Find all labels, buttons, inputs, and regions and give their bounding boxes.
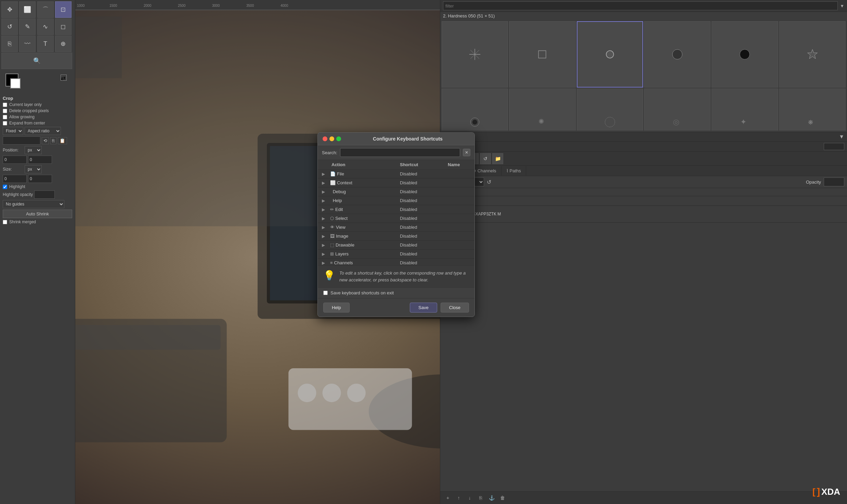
delete-layer-btn[interactable]: 🗑	[498, 493, 507, 503]
shortcut-row-image[interactable]: ▶ 🖼 Image Disabled	[318, 232, 474, 241]
rotate-tool[interactable]: ↺	[1, 18, 18, 35]
shortcut-row-view[interactable]: ▶ 👁 View Disabled	[318, 223, 474, 232]
spacing-input[interactable]: 10.0	[824, 143, 844, 150]
position-unit[interactable]: px mm	[25, 146, 42, 154]
expand-center-row[interactable]: Expand from center	[3, 121, 72, 125]
text-tool[interactable]: T	[37, 36, 54, 52]
lasso-tool[interactable]: ⌒	[37, 1, 54, 18]
spacing-dropdown-arrow[interactable]: ▼	[839, 134, 844, 140]
fuzzy-select-tool[interactable]: ⊡	[55, 1, 71, 18]
brush-item[interactable]: ✺	[509, 89, 575, 131]
swap-colors[interactable]: ⇄	[61, 75, 67, 81]
size-h[interactable]	[28, 175, 52, 183]
coords-copy-btn[interactable]: ⎘	[50, 137, 56, 144]
brush-item[interactable]: ✦	[712, 89, 778, 131]
shortcut-row-layers[interactable]: ▶ ⊞ Layers Disabled	[318, 250, 474, 258]
guides-dropdown[interactable]: No guides Center lines Rule of thirds	[3, 200, 64, 208]
search-clear-btn[interactable]: ✕	[463, 149, 470, 156]
brush-item[interactable]	[644, 21, 711, 88]
eraser-tool[interactable]: ◻	[55, 18, 71, 35]
move-tool[interactable]: ✥	[1, 1, 18, 18]
expander-layers[interactable]: ▶	[322, 252, 330, 256]
clone-tool[interactable]: ⎘	[1, 36, 18, 52]
highlight-row[interactable]: Highlight	[3, 184, 72, 189]
new-layer-btn[interactable]: +	[443, 493, 453, 503]
delete-cropped-checkbox[interactable]	[3, 109, 7, 113]
lower-layer-btn[interactable]: ↓	[465, 493, 474, 503]
allow-growing-row[interactable]: Allow growing	[3, 115, 72, 119]
highlight-checkbox[interactable]	[3, 185, 7, 189]
brush-item[interactable]	[577, 89, 643, 131]
position-x[interactable]	[3, 156, 27, 164]
background-color[interactable]	[10, 78, 21, 89]
shrink-merged-row[interactable]: Shrink merged	[3, 220, 72, 224]
shortcut-row-select[interactable]: ▶ ⬡ Select Disabled	[318, 214, 474, 223]
save-on-exit-checkbox[interactable]	[323, 291, 328, 295]
brush-item[interactable]	[442, 89, 508, 131]
shortcut-row-file[interactable]: ▶ 📄 File Disabled	[318, 170, 474, 178]
coords-reset-btn[interactable]: ⟲	[42, 137, 49, 144]
layer-item[interactable]: 👁 A4XAPP3ZTK M	[440, 206, 847, 223]
zoom-tool[interactable]: 🔍	[1, 53, 72, 69]
expander-help[interactable]: ▶	[322, 198, 330, 203]
expander-view[interactable]: ▶	[322, 225, 330, 230]
minimize-window-btn[interactable]	[329, 136, 334, 141]
expander-image[interactable]: ▶	[322, 234, 330, 239]
aspect-ratio-dropdown[interactable]: Aspect ratio Width / Height	[25, 127, 61, 135]
shortcut-row-drawable[interactable]: ▶ ⬚ Drawable Disabled	[318, 241, 474, 250]
close-button[interactable]: Close	[441, 303, 469, 313]
current-layer-only-checkbox[interactable]	[3, 103, 7, 107]
save-button[interactable]: Save	[410, 303, 437, 313]
smudge-tool[interactable]: 〰	[19, 36, 36, 52]
anchor-layer-btn[interactable]: ⚓	[487, 493, 496, 503]
opacity-input[interactable]: 100.0	[824, 177, 844, 186]
fixed-dropdown[interactable]: Fixed Free	[3, 127, 23, 135]
shortcut-row-edit[interactable]: ▶ ✏ Edit Disabled	[318, 205, 474, 214]
shortcut-row-context[interactable]: ▶ ⬜ Context Disabled	[318, 178, 474, 187]
filter-dropdown-arrow[interactable]: ▼	[840, 3, 844, 9]
shortcut-row-help[interactable]: ▶ · Help Disabled	[318, 196, 474, 205]
expander-file[interactable]: ▶	[322, 172, 330, 176]
brush-item[interactable]	[577, 21, 643, 88]
undo-icon[interactable]: ↺	[487, 179, 491, 185]
expander-select[interactable]: ▶	[322, 216, 330, 221]
raise-layer-btn[interactable]: ↑	[454, 493, 464, 503]
duplicate-layer-btn[interactable]: ⎘	[476, 493, 485, 503]
brushes-filter-input[interactable]	[443, 1, 838, 10]
size-w[interactable]	[3, 175, 27, 183]
current-layer-only-row[interactable]: Current layer only	[3, 102, 72, 107]
rect-select-tool[interactable]: ⬜	[19, 1, 36, 18]
size-unit[interactable]: px mm	[25, 165, 42, 173]
expander-drawable[interactable]: ▶	[322, 243, 330, 248]
expander-channels[interactable]: ▶	[322, 261, 330, 265]
folder-brush-btn[interactable]: 📁	[492, 153, 503, 164]
expander-context[interactable]: ▶	[322, 181, 330, 185]
highlight-opacity-input[interactable]: 50.0	[34, 190, 55, 199]
allow-growing-checkbox[interactable]	[3, 115, 7, 119]
brush-item[interactable]	[779, 21, 846, 88]
brush-item[interactable]	[712, 21, 778, 88]
shortcut-row-channels[interactable]: ▶ ≡ Channels Disabled	[318, 258, 474, 265]
brush-item[interactable]	[509, 21, 575, 88]
maximize-window-btn[interactable]	[336, 136, 341, 141]
expand-center-checkbox[interactable]	[3, 121, 7, 125]
expander-edit[interactable]: ▶	[322, 207, 330, 212]
delete-cropped-row[interactable]: Delete cropped pixels	[3, 108, 72, 113]
paintbrush-tool[interactable]: ∿	[37, 18, 54, 35]
path-tool[interactable]: ✎	[19, 18, 36, 35]
refresh-brush-btn[interactable]: ↺	[480, 153, 491, 164]
expander-debug[interactable]: ▶	[322, 189, 330, 194]
shrink-merged-checkbox[interactable]	[3, 220, 7, 224]
shortcut-row-debug[interactable]: ▶ · Debug Disabled	[318, 187, 474, 196]
brush-item[interactable]	[442, 21, 508, 88]
eyedropper-tool[interactable]: ⊕	[55, 36, 71, 52]
search-input[interactable]	[340, 148, 460, 157]
brush-item[interactable]: ❋	[779, 89, 846, 131]
coords-input[interactable]: 4378:2919	[3, 136, 40, 145]
close-window-btn[interactable]	[323, 136, 327, 141]
help-button[interactable]: Help	[323, 303, 350, 313]
auto-shrink-button[interactable]: Auto Shrink	[3, 210, 72, 218]
brush-item[interactable]: ◎	[644, 89, 711, 131]
position-y[interactable]	[28, 156, 52, 164]
coords-paste-btn[interactable]: 📋	[58, 137, 67, 144]
